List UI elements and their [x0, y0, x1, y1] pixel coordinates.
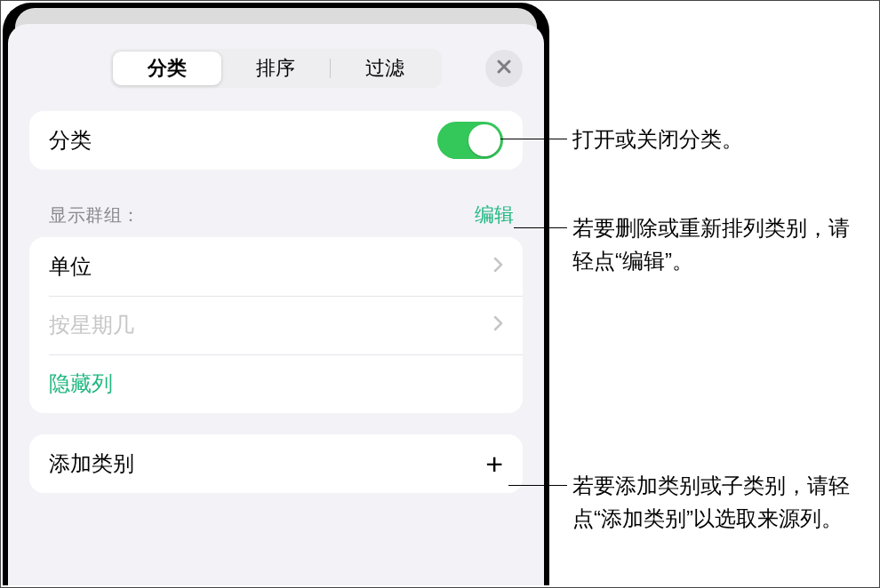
hide-column-label: 隐藏列 [49, 369, 113, 398]
close-button[interactable] [485, 50, 523, 87]
sheet-header: 分类 排序 过滤 [8, 45, 544, 91]
callout-leader-toggle [500, 139, 567, 139]
groups-section-label: 显示群组： [49, 203, 140, 227]
chevron-right-icon [493, 257, 503, 276]
add-category-row[interactable]: 添加类别 + [29, 434, 523, 493]
category-toggle-label: 分类 [49, 126, 92, 155]
groups-list-card: 单位 按星期几 隐藏列 [29, 237, 523, 413]
tab-filter-label: 过滤 [365, 55, 404, 82]
segmented-control: 分类 排序 过滤 [110, 49, 442, 88]
chevron-right-icon [493, 315, 503, 335]
callout-toggle: 打开或关闭分类。 [572, 123, 866, 155]
group-row-1-label: 单位 [49, 252, 92, 281]
callout-leader-add [508, 485, 567, 486]
close-icon [496, 59, 512, 78]
add-category-label: 添加类别 [49, 449, 134, 478]
tab-sort-label: 排序 [256, 55, 295, 82]
tab-filter[interactable]: 过滤 [331, 52, 439, 85]
group-row-1[interactable]: 单位 [29, 237, 523, 296]
category-toggle-switch[interactable] [437, 122, 503, 159]
tab-sort[interactable]: 排序 [221, 52, 330, 85]
callout-edit-text: 若要删除或重新排列类别，请轻点“编辑”。 [572, 216, 850, 273]
callout-edit: 若要删除或重新排列类别，请轻点“编辑”。 [572, 211, 866, 277]
hide-column-row[interactable]: 隐藏列 [29, 354, 523, 413]
edit-button[interactable]: 编辑 [475, 202, 514, 228]
callout-leader-edit [514, 227, 567, 228]
group-row-2-label: 按星期几 [49, 311, 134, 339]
callout-toggle-text: 打开或关闭分类。 [572, 127, 743, 151]
tab-category-label: 分类 [148, 55, 187, 82]
callout-add-text: 若要添加类别或子类别，请轻点“添加类别”以选取来源列。 [572, 473, 850, 530]
groups-section-header: 显示群组： 编辑 [49, 202, 514, 228]
tab-category[interactable]: 分类 [113, 52, 221, 85]
organize-sheet: 分类 排序 过滤 [8, 24, 544, 585]
add-category-card: 添加类别 + [29, 434, 523, 493]
panel-background: 分类 排序 过滤 [3, 3, 549, 585]
callout-add: 若要添加类别或子类别，请轻点“添加类别”以选取来源列。 [572, 469, 866, 535]
category-toggle-card: 分类 [29, 111, 523, 170]
plus-icon: + [485, 449, 503, 479]
group-row-2[interactable]: 按星期几 [29, 296, 523, 354]
category-toggle-row: 分类 [29, 111, 523, 170]
